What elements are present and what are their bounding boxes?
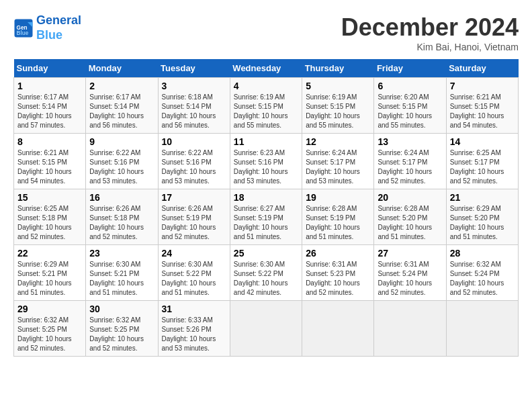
calendar-cell: [302, 301, 374, 357]
day-detail: Sunrise: 6:28 AMSunset: 5:19 PMDaylight:…: [306, 204, 370, 242]
day-number: 5: [306, 81, 370, 91]
day-detail: Sunrise: 6:19 AMSunset: 5:15 PMDaylight:…: [306, 93, 370, 130]
calendar-cell: 20Sunrise: 6:28 AMSunset: 5:20 PMDayligh…: [374, 189, 446, 245]
page-header: Gen Blue General Blue December 2024 Kim …: [13, 13, 519, 52]
calendar-cell: 29Sunrise: 6:32 AMSunset: 5:25 PMDayligh…: [14, 301, 86, 357]
col-tuesday: Tuesday: [158, 59, 230, 78]
calendar-cell: 13Sunrise: 6:24 AMSunset: 5:17 PMDayligh…: [374, 134, 446, 189]
day-detail: Sunrise: 6:22 AMSunset: 5:16 PMDaylight:…: [162, 148, 226, 186]
calendar-cell: 1Sunrise: 6:17 AMSunset: 5:14 PMDaylight…: [14, 78, 86, 134]
calendar-cell: 8Sunrise: 6:21 AMSunset: 5:15 PMDaylight…: [14, 134, 86, 189]
calendar-cell: 15Sunrise: 6:25 AMSunset: 5:18 PMDayligh…: [14, 189, 86, 245]
col-saturday: Saturday: [446, 59, 518, 78]
day-detail: Sunrise: 6:32 AMSunset: 5:25 PMDaylight:…: [17, 316, 82, 353]
day-number: 3: [162, 81, 226, 91]
calendar-cell: 7Sunrise: 6:21 AMSunset: 5:15 PMDaylight…: [446, 78, 518, 134]
day-detail: Sunrise: 6:24 AMSunset: 5:17 PMDaylight:…: [306, 148, 370, 186]
day-detail: Sunrise: 6:21 AMSunset: 5:15 PMDaylight:…: [17, 148, 82, 186]
day-detail: Sunrise: 6:25 AMSunset: 5:18 PMDaylight:…: [17, 204, 82, 242]
day-detail: Sunrise: 6:18 AMSunset: 5:14 PMDaylight:…: [162, 93, 226, 130]
day-number: 27: [378, 248, 442, 259]
day-detail: Sunrise: 6:22 AMSunset: 5:16 PMDaylight:…: [89, 148, 154, 186]
day-detail: Sunrise: 6:30 AMSunset: 5:22 PMDaylight:…: [162, 260, 226, 298]
calendar-week-2: 8Sunrise: 6:21 AMSunset: 5:15 PMDaylight…: [14, 134, 519, 189]
day-number: 18: [234, 192, 298, 203]
day-number: 15: [17, 192, 82, 203]
calendar-cell: 24Sunrise: 6:30 AMSunset: 5:22 PMDayligh…: [158, 245, 230, 301]
day-number: 24: [162, 248, 226, 259]
calendar-cell: 27Sunrise: 6:31 AMSunset: 5:24 PMDayligh…: [374, 245, 446, 301]
day-number: 10: [162, 136, 226, 147]
day-detail: Sunrise: 6:29 AMSunset: 5:20 PMDaylight:…: [450, 204, 515, 242]
day-number: 21: [450, 192, 515, 203]
calendar-cell: 21Sunrise: 6:29 AMSunset: 5:20 PMDayligh…: [446, 189, 518, 245]
calendar-cell: [446, 301, 518, 357]
day-number: 9: [89, 136, 154, 147]
title-block: December 2024 Kim Bai, Hanoi, Vietnam: [341, 13, 519, 52]
day-detail: Sunrise: 6:29 AMSunset: 5:21 PMDaylight:…: [17, 260, 82, 298]
calendar-cell: 9Sunrise: 6:22 AMSunset: 5:16 PMDaylight…: [86, 134, 158, 189]
month-title: December 2024: [341, 13, 519, 42]
day-number: 23: [89, 248, 154, 259]
calendar-cell: 14Sunrise: 6:25 AMSunset: 5:17 PMDayligh…: [446, 134, 518, 189]
calendar-cell: 16Sunrise: 6:26 AMSunset: 5:18 PMDayligh…: [86, 189, 158, 245]
day-detail: Sunrise: 6:19 AMSunset: 5:15 PMDaylight:…: [234, 93, 298, 130]
day-number: 22: [17, 248, 82, 259]
day-number: 19: [306, 192, 370, 203]
col-friday: Friday: [374, 59, 446, 78]
logo-icon: Gen Blue: [13, 18, 34, 38]
calendar-week-1: 1Sunrise: 6:17 AMSunset: 5:14 PMDaylight…: [14, 78, 519, 134]
day-detail: Sunrise: 6:25 AMSunset: 5:17 PMDaylight:…: [450, 148, 515, 186]
col-wednesday: Wednesday: [230, 59, 302, 78]
day-number: 12: [306, 136, 370, 147]
col-thursday: Thursday: [302, 59, 374, 78]
calendar-cell: 6Sunrise: 6:20 AMSunset: 5:15 PMDaylight…: [374, 78, 446, 134]
day-detail: Sunrise: 6:17 AMSunset: 5:14 PMDaylight:…: [89, 93, 154, 130]
day-number: 4: [234, 81, 298, 91]
calendar-cell: 2Sunrise: 6:17 AMSunset: 5:14 PMDaylight…: [86, 78, 158, 134]
day-number: 14: [450, 136, 515, 147]
day-number: 28: [450, 248, 515, 259]
calendar-cell: [230, 301, 302, 357]
day-number: 13: [378, 136, 442, 147]
calendar-table: Sunday Monday Tuesday Wednesday Thursday…: [13, 59, 519, 357]
header-row: Sunday Monday Tuesday Wednesday Thursday…: [14, 59, 519, 78]
day-detail: Sunrise: 6:31 AMSunset: 5:24 PMDaylight:…: [378, 260, 442, 298]
calendar-cell: 23Sunrise: 6:30 AMSunset: 5:21 PMDayligh…: [86, 245, 158, 301]
day-detail: Sunrise: 6:32 AMSunset: 5:25 PMDaylight:…: [89, 316, 154, 353]
calendar-cell: 28Sunrise: 6:32 AMSunset: 5:24 PMDayligh…: [446, 245, 518, 301]
calendar-cell: 18Sunrise: 6:27 AMSunset: 5:19 PMDayligh…: [230, 189, 302, 245]
day-number: 26: [306, 248, 370, 259]
calendar-cell: 25Sunrise: 6:30 AMSunset: 5:22 PMDayligh…: [230, 245, 302, 301]
day-detail: Sunrise: 6:30 AMSunset: 5:22 PMDaylight:…: [234, 260, 298, 298]
calendar-cell: 26Sunrise: 6:31 AMSunset: 5:23 PMDayligh…: [302, 245, 374, 301]
calendar-cell: 31Sunrise: 6:33 AMSunset: 5:26 PMDayligh…: [158, 301, 230, 357]
day-number: 2: [89, 81, 154, 91]
day-detail: Sunrise: 6:27 AMSunset: 5:19 PMDaylight:…: [234, 204, 298, 242]
location: Kim Bai, Hanoi, Vietnam: [341, 42, 519, 52]
logo: Gen Blue General Blue: [13, 13, 81, 42]
day-detail: Sunrise: 6:26 AMSunset: 5:18 PMDaylight:…: [89, 204, 154, 242]
day-number: 1: [17, 81, 82, 91]
day-detail: Sunrise: 6:23 AMSunset: 5:16 PMDaylight:…: [234, 148, 298, 186]
calendar-cell: 17Sunrise: 6:26 AMSunset: 5:19 PMDayligh…: [158, 189, 230, 245]
day-number: 8: [17, 136, 82, 147]
calendar-cell: 22Sunrise: 6:29 AMSunset: 5:21 PMDayligh…: [14, 245, 86, 301]
day-detail: Sunrise: 6:33 AMSunset: 5:26 PMDaylight:…: [162, 316, 226, 353]
day-number: 25: [234, 248, 298, 259]
col-sunday: Sunday: [14, 59, 86, 78]
calendar-week-3: 15Sunrise: 6:25 AMSunset: 5:18 PMDayligh…: [14, 189, 519, 245]
day-number: 30: [89, 304, 154, 314]
day-detail: Sunrise: 6:24 AMSunset: 5:17 PMDaylight:…: [378, 148, 442, 186]
day-detail: Sunrise: 6:30 AMSunset: 5:21 PMDaylight:…: [89, 260, 154, 298]
logo-text: General Blue: [36, 13, 81, 42]
calendar-week-5: 29Sunrise: 6:32 AMSunset: 5:25 PMDayligh…: [14, 301, 519, 357]
day-number: 20: [378, 192, 442, 203]
day-detail: Sunrise: 6:31 AMSunset: 5:23 PMDaylight:…: [306, 260, 370, 298]
calendar-cell: 10Sunrise: 6:22 AMSunset: 5:16 PMDayligh…: [158, 134, 230, 189]
calendar-cell: [374, 301, 446, 357]
day-number: 7: [450, 81, 515, 91]
calendar-cell: 5Sunrise: 6:19 AMSunset: 5:15 PMDaylight…: [302, 78, 374, 134]
calendar-cell: 19Sunrise: 6:28 AMSunset: 5:19 PMDayligh…: [302, 189, 374, 245]
day-number: 29: [17, 304, 82, 314]
